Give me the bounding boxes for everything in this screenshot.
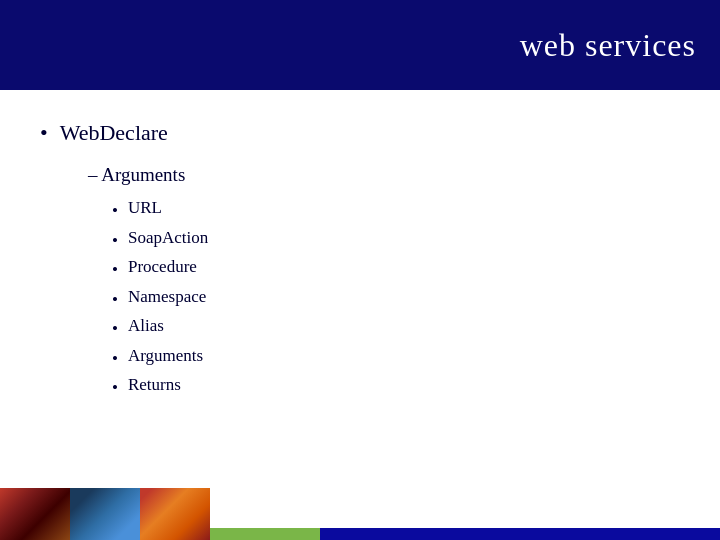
header-bar: web services	[0, 0, 720, 90]
nested-item-label: Procedure	[128, 257, 197, 277]
nested-list: •URL•SoapAction•Procedure•Namespace•Alia…	[112, 198, 680, 401]
footer-image-3	[140, 488, 210, 540]
footer-bar-blue	[320, 528, 720, 540]
main-bullet-label: WebDeclare	[60, 120, 168, 146]
nested-item-label: Returns	[128, 375, 181, 395]
sub-section-arguments: – Arguments •URL•SoapAction•Procedure•Na…	[88, 164, 680, 401]
footer-bars	[210, 528, 720, 540]
nested-item-label: URL	[128, 198, 162, 218]
list-item: •Procedure	[112, 257, 680, 283]
nested-item-label: Arguments	[128, 346, 203, 366]
list-item: •SoapAction	[112, 228, 680, 254]
footer	[0, 480, 720, 540]
dash-arguments-label: – Arguments	[88, 164, 680, 186]
main-content: • WebDeclare – Arguments •URL•SoapAction…	[0, 90, 720, 435]
list-item: •URL	[112, 198, 680, 224]
nested-item-label: Alias	[128, 316, 164, 336]
nested-bullet-icon: •	[112, 228, 118, 254]
nested-item-label: Namespace	[128, 287, 206, 307]
footer-images	[0, 488, 210, 540]
nested-bullet-icon: •	[112, 375, 118, 401]
footer-image-2	[70, 488, 140, 540]
footer-bar-green	[210, 528, 320, 540]
footer-image-1	[0, 488, 70, 540]
nested-bullet-icon: •	[112, 287, 118, 313]
header-title: web services	[520, 27, 696, 64]
nested-item-label: SoapAction	[128, 228, 208, 248]
list-item: •Returns	[112, 375, 680, 401]
list-item: •Alias	[112, 316, 680, 342]
list-item: •Arguments	[112, 346, 680, 372]
bullet-dot-icon: •	[40, 120, 48, 146]
list-item: •Namespace	[112, 287, 680, 313]
nested-bullet-icon: •	[112, 346, 118, 372]
nested-bullet-icon: •	[112, 316, 118, 342]
nested-bullet-icon: •	[112, 198, 118, 224]
main-bullet-webdeclare: • WebDeclare	[40, 120, 680, 146]
nested-bullet-icon: •	[112, 257, 118, 283]
